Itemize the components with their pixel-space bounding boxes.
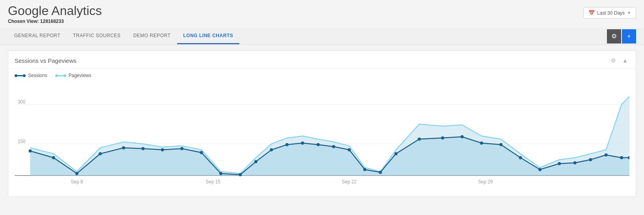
svg-point-35 [589,158,592,161]
header-right: 📅 Last 30 Days ▼ [583,4,636,19]
svg-point-29 [480,141,483,145]
chart-card-actions: ⚙ ▲ [609,57,629,64]
chosen-view-value: 128168233 [40,19,64,24]
svg-point-26 [418,138,421,141]
chart-title: Sessions vs Pageviews [15,57,77,64]
svg-point-36 [605,153,608,157]
calendar-icon: 📅 [588,10,595,16]
svg-point-18 [286,143,289,146]
svg-text:Sep 29: Sep 29 [478,179,493,185]
pageviews-label: Pageviews [69,73,91,78]
svg-point-28 [461,135,464,138]
svg-point-20 [317,143,320,146]
legend-sessions: Sessions [15,73,47,78]
pageviews-line-icon [55,75,66,76]
chart-svg-container: 300 150 [15,81,629,192]
svg-point-34 [573,161,577,164]
svg-text:Sep 15: Sep 15 [205,179,220,185]
svg-point-5 [29,149,32,153]
svg-point-6 [52,156,55,159]
chosen-view: Chosen View: 128168233 [8,19,102,24]
chart-legend: Sessions Pageviews [8,69,636,81]
nav-bar: GENERAL REPORT TRAFFIC SOURCES DEMO REPO… [0,28,644,45]
svg-text:Sep 22: Sep 22 [342,179,357,185]
chart-gear-button[interactable]: ⚙ [609,57,618,64]
legend-pageviews: Pageviews [55,73,91,78]
caret-icon: ▼ [627,11,631,15]
svg-point-25 [394,152,398,155]
svg-point-30 [499,143,502,146]
svg-text:300: 300 [18,99,26,105]
svg-point-8 [99,152,102,155]
svg-point-27 [441,136,444,140]
tab-traffic-sources[interactable]: TRAFFIC SOURCES [67,28,127,44]
svg-point-33 [558,162,561,165]
svg-point-23 [363,168,366,171]
page-title: Google Analytics [8,4,102,18]
svg-point-11 [161,148,164,151]
chart-svg: 300 150 [15,81,629,191]
svg-point-19 [301,141,304,145]
date-picker-button[interactable]: 📅 Last 30 Days ▼ [583,7,636,19]
date-picker-label: Last 30 Days [597,10,625,16]
svg-point-17 [270,148,273,151]
svg-point-32 [538,168,541,171]
header-left: Google Analytics Chosen View: 128168233 [8,4,102,24]
main-content: Sessions vs Pageviews ⚙ ▲ Sessions Pagev… [0,45,644,203]
add-button[interactable]: + [622,29,636,43]
chart-area: 300 150 [8,81,636,196]
chosen-view-label: Chosen View: [8,19,39,24]
sessions-label: Sessions [28,73,47,78]
chart-collapse-button[interactable]: ▲ [621,57,629,64]
svg-text:Sep 8: Sep 8 [71,179,83,185]
page-header: Google Analytics Chosen View: 128168233 … [0,0,644,24]
svg-point-15 [239,173,242,176]
svg-point-7 [75,172,78,175]
nav-actions: ⚙ + [607,28,636,44]
tab-long-line-charts[interactable]: LONG LINE CHARTS [177,28,240,44]
nav-tabs: GENERAL REPORT TRAFFIC SOURCES DEMO REPO… [8,28,239,44]
svg-point-10 [142,147,145,150]
tab-general-report[interactable]: GENERAL REPORT [8,28,67,44]
svg-point-31 [519,156,522,159]
svg-point-16 [254,160,258,163]
svg-point-9 [122,146,125,149]
svg-text:150: 150 [18,139,26,144]
svg-point-21 [332,145,335,148]
tab-demo-report[interactable]: DEMO REPORT [127,28,177,44]
gear-button[interactable]: ⚙ [607,29,621,43]
svg-point-37 [620,156,623,159]
svg-point-22 [348,148,351,151]
svg-point-12 [180,147,183,150]
svg-point-13 [200,151,203,154]
sessions-line-icon [15,75,26,76]
chart-card-header: Sessions vs Pageviews ⚙ ▲ [8,51,636,69]
chart-card: Sessions vs Pageviews ⚙ ▲ Sessions Pagev… [8,51,636,197]
svg-point-24 [379,171,382,174]
svg-point-14 [219,172,222,175]
